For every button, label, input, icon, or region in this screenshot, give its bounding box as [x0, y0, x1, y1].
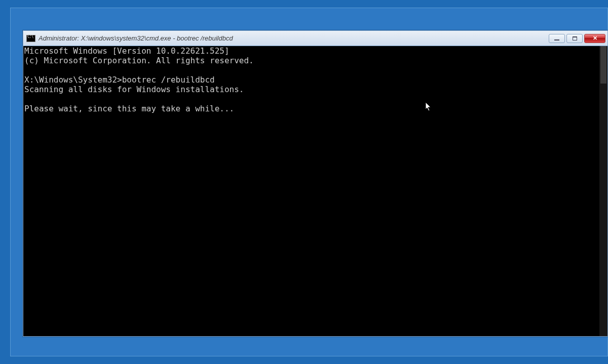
terminal-line: Microsoft Windows [Version 10.0.22621.52… [24, 46, 599, 56]
terminal-line: X:\Windows\System32>bootrec /rebuildbcd [24, 75, 599, 85]
terminal-scrollbar[interactable] [599, 46, 607, 336]
desktop-background: Administrator: X:\windows\system32\cmd.e… [0, 0, 608, 364]
terminal-line [24, 94, 599, 104]
terminal-line [24, 65, 599, 75]
maximize-button[interactable] [566, 34, 583, 43]
close-icon: ✕ [593, 35, 597, 41]
minimize-button[interactable] [549, 34, 565, 43]
terminal-area: Microsoft Windows [Version 10.0.22621.52… [23, 46, 607, 336]
terminal-line: Scanning all disks for Windows installat… [24, 85, 599, 94]
terminal-output[interactable]: Microsoft Windows [Version 10.0.22621.52… [23, 46, 599, 336]
terminal-line: (c) Microsoft Corporation. All rights re… [24, 56, 599, 65]
window-sysbuttons: ✕ [549, 34, 605, 43]
maximize-icon [573, 36, 577, 41]
close-button[interactable]: ✕ [584, 34, 605, 43]
cmd-icon [26, 35, 35, 42]
terminal-scrollbar-thumb[interactable] [600, 46, 606, 84]
terminal-line: Please wait, since this may take a while… [24, 104, 599, 113]
cmd-window: Administrator: X:\windows\system32\cmd.e… [23, 30, 608, 337]
minimize-icon [554, 39, 559, 41]
window-titlebar[interactable]: Administrator: X:\windows\system32\cmd.e… [23, 31, 607, 46]
window-title: Administrator: X:\windows\system32\cmd.e… [39, 34, 549, 42]
